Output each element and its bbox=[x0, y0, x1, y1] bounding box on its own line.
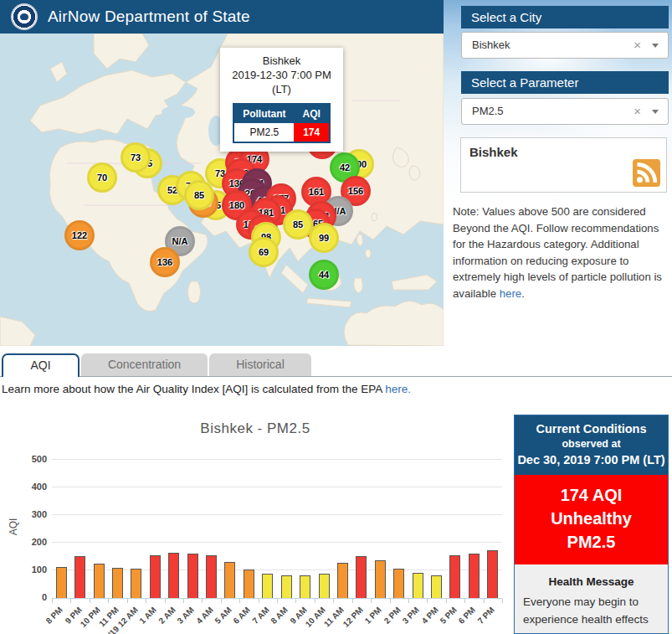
chart-bar-2-am[interactable] bbox=[168, 553, 179, 598]
feed-city-label: Bishkek bbox=[469, 145, 518, 159]
aqi-marker-122[interactable]: 122 bbox=[64, 220, 95, 250]
popup-pollutant-value: PM2.5 bbox=[233, 123, 294, 142]
health-message-title: Health Message bbox=[515, 575, 668, 588]
x-axis-tick bbox=[108, 599, 109, 603]
y-axis-tick-label: 100 bbox=[15, 564, 47, 575]
x-clear-icon[interactable]: × bbox=[634, 33, 641, 57]
world-aqi-map[interactable]: 5573707352719511085122N/A136175791741661… bbox=[0, 34, 444, 346]
rss-icon[interactable] bbox=[633, 159, 660, 187]
gridline bbox=[52, 459, 502, 460]
aqi-marker-70[interactable]: 70 bbox=[87, 162, 117, 193]
chart-bar-11-pm[interactable] bbox=[112, 568, 123, 598]
parameter-select[interactable]: PM2.5 × bbox=[461, 98, 669, 125]
x-axis-tick bbox=[446, 599, 447, 603]
tab-historical[interactable]: Historical bbox=[209, 353, 311, 376]
city-feed-box: Bishkek bbox=[460, 137, 667, 193]
y-axis-tick-label: 300 bbox=[15, 509, 47, 519]
note-here-link[interactable]: here bbox=[500, 287, 521, 300]
aqi-marker-69[interactable]: 69 bbox=[249, 237, 279, 267]
chart-bar-8-pm[interactable] bbox=[56, 567, 67, 598]
chart-bar-3-am[interactable] bbox=[187, 554, 198, 598]
x-axis-tick bbox=[146, 599, 146, 603]
chart-bar-8-am[interactable] bbox=[281, 575, 292, 598]
chart-title: Bishkek - PM2.5 bbox=[0, 420, 510, 437]
x-axis-tick bbox=[408, 599, 409, 603]
cc-health-section: Health Message Everyone may begin to exp… bbox=[515, 575, 668, 634]
gridline bbox=[52, 514, 502, 515]
aqi-marker-44[interactable]: 44 bbox=[309, 260, 339, 290]
chart-bar-4-pm[interactable] bbox=[431, 575, 442, 598]
y-axis-tick-label: 0 bbox=[15, 592, 47, 602]
x-axis-tick bbox=[127, 599, 128, 603]
chart-bar-7-pm[interactable] bbox=[487, 550, 498, 598]
chart-plot bbox=[52, 460, 502, 599]
chart-bar-5-pm[interactable] bbox=[449, 555, 460, 598]
chevron-down-icon[interactable] bbox=[652, 44, 659, 48]
chart-bar-1-am[interactable] bbox=[150, 555, 161, 598]
cc-datetime: Dec 30, 2019 7:00 PM (LT) bbox=[516, 451, 666, 468]
city-select-value: Bishkek bbox=[472, 33, 510, 58]
parameter-select-value: PM2.5 bbox=[472, 99, 504, 124]
x-axis-tick bbox=[259, 599, 259, 603]
select-parameter-header: Select a Parameter bbox=[461, 71, 669, 94]
tab-aqi[interactable]: AQI bbox=[2, 353, 80, 377]
learn-more-here-link[interactable]: here. bbox=[385, 383, 411, 395]
tab-concentration[interactable]: Concentration bbox=[81, 353, 208, 376]
popup-aqi-value: 174 bbox=[294, 123, 329, 142]
x-axis-tick bbox=[315, 599, 315, 603]
chart-bar-9-pm[interactable] bbox=[74, 556, 85, 598]
select-city-header: Select a City bbox=[461, 6, 669, 28]
x-clear-icon[interactable]: × bbox=[634, 99, 641, 123]
app-header: AirNow Department of State bbox=[0, 0, 444, 34]
x-axis-tick bbox=[464, 599, 465, 603]
aqi-bar-chart: Bishkek - PM2.5 AQI 0100200300400500 8 P… bbox=[0, 410, 510, 634]
x-axis-tick bbox=[239, 599, 240, 603]
chart-bar-10-am[interactable] bbox=[319, 574, 330, 598]
x-axis-tick bbox=[484, 599, 485, 603]
chart-bar-2-pm[interactable] bbox=[393, 569, 404, 598]
chart-bar--19-12-am[interactable] bbox=[131, 569, 141, 598]
y-axis-tick-label: 200 bbox=[15, 537, 47, 547]
cc-parameter: PM2.5 bbox=[515, 530, 668, 554]
x-axis-tick bbox=[90, 599, 90, 603]
chart-bar-6-am[interactable] bbox=[244, 570, 254, 598]
popup-city: Bishkek bbox=[224, 54, 339, 69]
chart-bar-5-am[interactable] bbox=[224, 562, 235, 598]
x-axis-tick bbox=[183, 599, 184, 603]
chart-bar-1-pm[interactable] bbox=[375, 560, 386, 598]
x-axis-tick bbox=[277, 599, 278, 603]
x-axis-tick bbox=[221, 599, 222, 603]
learn-more-text: Learn more about how the Air Quality Ind… bbox=[2, 383, 411, 395]
y-axis-tick-label: 500 bbox=[15, 454, 47, 464]
x-axis-tick bbox=[295, 599, 296, 603]
aqi-marker-99[interactable]: 99 bbox=[309, 223, 339, 253]
chart-bar-9-am[interactable] bbox=[300, 575, 310, 598]
gridline bbox=[52, 542, 502, 543]
x-axis-tick bbox=[352, 599, 353, 603]
chart-bar-7-am[interactable] bbox=[262, 574, 273, 598]
popup-table: Pollutant AQI PM2.5 174 bbox=[233, 103, 331, 143]
chart-bar-11-am[interactable] bbox=[337, 563, 348, 598]
x-axis-tick bbox=[52, 599, 53, 603]
chart-bar-3-pm[interactable] bbox=[413, 573, 423, 598]
airnow-dos-page: AirNow Department of State bbox=[0, 0, 672, 634]
map-popup: Bishkek 2019-12-30 7:00 PM (LT) Pollutan… bbox=[220, 48, 343, 152]
aqi-marker-73[interactable]: 73 bbox=[121, 142, 151, 173]
app-title: AirNow Department of State bbox=[48, 8, 250, 26]
popup-datetime: 2019-12-30 7:00 PM (LT) bbox=[224, 69, 339, 97]
aqi-marker-85[interactable]: 85 bbox=[184, 180, 214, 210]
tab-bar: AQI Concentration Historical bbox=[0, 353, 672, 377]
chart-bar-12-pm[interactable] bbox=[356, 556, 367, 598]
city-select[interactable]: Bishkek × bbox=[461, 32, 669, 59]
chart-bar-4-am[interactable] bbox=[206, 555, 217, 598]
x-axis-tick bbox=[165, 599, 166, 603]
x-axis-tick bbox=[427, 599, 428, 603]
chevron-down-icon[interactable] bbox=[652, 110, 659, 114]
beyond-aqi-note: Note: Values above 500 are considered Be… bbox=[453, 204, 669, 302]
y-axis-title: AQI bbox=[8, 518, 19, 536]
chart-bar-10-pm[interactable] bbox=[94, 564, 105, 598]
x-axis-tick bbox=[390, 599, 391, 603]
aqi-marker-136[interactable]: 136 bbox=[150, 247, 180, 277]
popup-col-pollutant: Pollutant bbox=[233, 104, 294, 123]
chart-bar-6-pm[interactable] bbox=[469, 554, 480, 598]
